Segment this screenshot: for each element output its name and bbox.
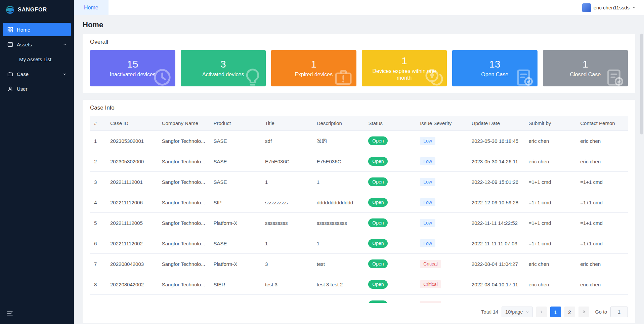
table-cell: eric chen (525, 151, 576, 172)
stat-label: Activated devices (202, 71, 244, 78)
table-cell: Low (416, 192, 468, 213)
table-row[interactable]: 8202208042002Sangfor Technolo...SIERtest… (90, 274, 628, 295)
table-cell: =1+1 cmd (576, 233, 628, 254)
table-row[interactable]: 7202208042003Sangfor Technolo...Platform… (90, 254, 628, 274)
table-cell: 1 (261, 233, 313, 254)
severity-badge: Low (420, 239, 435, 247)
table-row[interactable]: 1202305302001Sangfor Technolo...SASEsdf发… (90, 131, 628, 151)
table-row[interactable]: 2202305302000Sangfor Technolo...SASEE75E… (90, 151, 628, 172)
table-cell: Open (364, 172, 416, 192)
table-cell: 2 (90, 151, 106, 172)
table-cell: E75E036C (261, 151, 313, 172)
overall-title: Overall (90, 39, 628, 45)
table-row[interactable]: 6202211112002Sangfor Technolo...SASE11Op… (90, 233, 628, 254)
stat-label: Expired devices (295, 71, 333, 78)
table-row[interactable]: 4202211112006Sangfor Technolo...SIPsssss… (90, 192, 628, 213)
table-cell: Open (364, 213, 416, 233)
table-cell: 2022-11-11 11:07:03 (468, 233, 525, 254)
page-size-select[interactable]: 10/page (502, 307, 532, 317)
table-row[interactable]: 5202211112005Sangfor Technolo...Platform… (90, 213, 628, 233)
table-cell: SIER (209, 274, 261, 295)
table-cell: Open (364, 151, 416, 172)
table-row[interactable]: 3202211112001Sangfor Technolo...SASE11Op… (90, 172, 628, 192)
table-cell: =1+1 cmd (525, 213, 576, 233)
table-cell: Low (416, 151, 468, 172)
table-cell: 发的 (313, 131, 364, 151)
table-cell: test1 (261, 295, 313, 303)
column-header: Description (313, 116, 364, 131)
briefcase-icon (7, 71, 13, 77)
table-cell: 9 (90, 295, 106, 303)
table-cell: 2022-11-11 14:22:52 (468, 213, 525, 233)
user-menu[interactable]: eric chen11ssds (582, 3, 636, 12)
sidebar-item-my-assets-list[interactable]: My Assets List (3, 52, 71, 66)
goto-label: Go to (595, 309, 607, 315)
sidebar: SANGFOR Home Assets (0, 0, 74, 324)
table-cell: 1 (313, 172, 364, 192)
table-cell: Open (364, 254, 416, 274)
table-cell: eric chen (576, 295, 628, 303)
table-cell: Open (364, 274, 416, 295)
table-cell: Open (364, 131, 416, 151)
stat-value: 3 (220, 58, 226, 70)
sidebar-item-label: Assets (17, 42, 32, 47)
table-cell: Sangfor Technolo... (158, 274, 210, 295)
table-cell: Low (416, 213, 468, 233)
stat-card-closed-case: 1 Closed Case (543, 50, 628, 86)
table-cell: 202305302001 (106, 131, 158, 151)
table-row[interactable]: 9202208042001Sangfor Technolo...SASEtest… (90, 295, 628, 303)
severity-badge: Low (420, 157, 435, 165)
table-cell: 2023-05-30 16:18:45 (468, 131, 525, 151)
case-table: #Case IDCompany NameProductTitleDescript… (90, 116, 628, 303)
scrollbar[interactable] (640, 34, 643, 134)
table-cell: 3 (261, 254, 313, 274)
goto-page-input[interactable] (610, 307, 628, 317)
chevron-down-icon (632, 6, 636, 9)
sidebar-item-label: My Assets List (19, 56, 51, 62)
sidebar-item-assets[interactable]: Assets (3, 38, 71, 51)
table-cell: 2022-12-09 10:59:28 (468, 192, 525, 213)
stat-card-activated-devices: 3 Activated devices (181, 50, 266, 86)
status-badge: Open (368, 177, 388, 186)
sidebar-item-case[interactable]: Case (3, 67, 71, 81)
table-cell: =1+1 cmd (525, 192, 576, 213)
table-cell: SASE (209, 295, 261, 303)
sidebar-item-home[interactable]: Home (3, 23, 71, 36)
column-header: Update Date (468, 116, 525, 131)
column-header: Company Name (158, 116, 210, 131)
prev-page-button[interactable] (536, 307, 547, 317)
page-button-2[interactable]: 2 (564, 307, 575, 317)
table-cell: 2022-12-09 15:01:26 (468, 172, 525, 192)
table-cell: E75E036C (313, 151, 364, 172)
status-badge: Open (368, 157, 388, 166)
table-cell: Critical (416, 254, 468, 274)
stat-value: 1 (401, 55, 407, 67)
stat-label: Open Case (481, 71, 508, 78)
page-button-1[interactable]: 1 (550, 307, 561, 317)
main-area: Home eric chen11ssds Home Overall 15 Ina… (74, 0, 644, 324)
sidebar-collapse-button[interactable] (0, 304, 74, 324)
column-header: Product (209, 116, 261, 131)
next-page-button[interactable] (578, 307, 589, 317)
tab-home[interactable]: Home (74, 0, 109, 15)
overall-panel: Overall 15 Inactivated devices 3 Activat… (83, 34, 635, 93)
sidebar-item-user[interactable]: User (3, 82, 71, 95)
table-cell: 202305302000 (106, 151, 158, 172)
case-closed-icon (604, 67, 625, 86)
table-cell: 4 (90, 192, 106, 213)
page-size-value: 10/page (505, 309, 523, 315)
table-cell: =1+1 cmd (576, 213, 628, 233)
case-info-panel: Case Info #Case IDCompany NameProductTit… (83, 100, 635, 323)
table-cell: sssssssss (261, 192, 313, 213)
column-header: Issue Severity (416, 116, 468, 131)
app-root: SANGFOR Home Assets (0, 0, 644, 324)
table-cell: SIP (209, 192, 261, 213)
sidebar-item-label: User (17, 86, 28, 92)
table-cell: ssssssssssss (313, 213, 364, 233)
sidebar-nav: Home Assets My Assets List (0, 23, 74, 95)
table-cell: 8 (90, 274, 106, 295)
table-cell: sssssssss (261, 213, 313, 233)
severity-badge: Low (420, 219, 435, 227)
table-cell: 2022-08-04 10:17:11 (468, 274, 525, 295)
severity-badge: Critical (420, 260, 441, 268)
